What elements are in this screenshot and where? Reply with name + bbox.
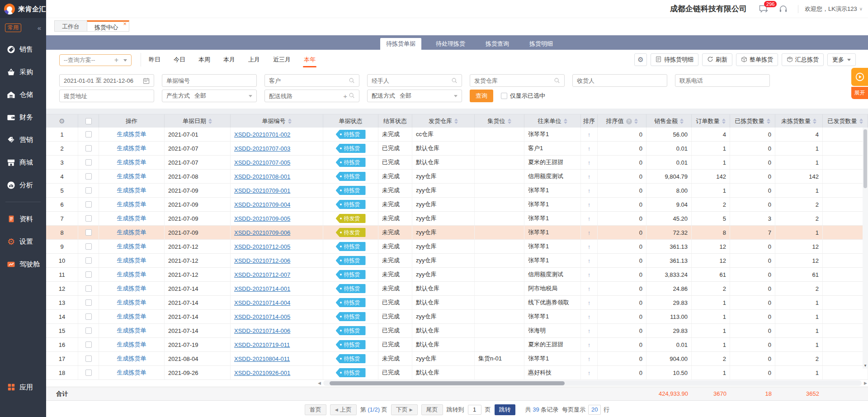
sort-up-arrow-icon[interactable]: ↑ <box>588 257 591 264</box>
query-scheme-select[interactable]: --查询方案-- + <box>59 54 132 66</box>
row-checkbox[interactable] <box>85 257 92 264</box>
generate-pick-order-link[interactable]: 生成拣货单 <box>117 130 146 138</box>
doc-number-link[interactable]: XSDD-20210709-001 <box>234 187 290 194</box>
tab-pick-detail[interactable]: 拣货明细 <box>524 38 559 50</box>
row-checkbox[interactable] <box>85 327 92 334</box>
doc-number-link[interactable]: XSDD-20210708-001 <box>234 173 290 180</box>
generate-pick-order-link[interactable]: 生成拣货单 <box>117 270 146 279</box>
doc-number-link[interactable]: XSDD-20210709-004 <box>234 201 290 208</box>
row-checkbox[interactable] <box>85 229 92 236</box>
horizontal-scrollbar[interactable] <box>323 380 862 386</box>
table-row[interactable]: 11生成拣货单2021-07-12XSDD-20210712-007待拣货未完成… <box>46 268 868 282</box>
generate-pick-order-link[interactable]: 生成拣货单 <box>117 327 146 335</box>
sort-up-arrow-icon[interactable]: ↑ <box>588 187 591 194</box>
sort-up-arrow-icon[interactable]: ↑ <box>588 229 591 236</box>
generate-pick-order-link[interactable]: 生成拣货单 <box>117 299 146 307</box>
select-all-checkbox[interactable] <box>85 118 92 124</box>
generate-pick-order-link[interactable]: 生成拣货单 <box>117 228 146 237</box>
row-checkbox[interactable] <box>85 201 92 208</box>
generate-pick-order-link[interactable]: 生成拣货单 <box>117 186 146 194</box>
receiver-input[interactable] <box>577 77 663 84</box>
row-checkbox[interactable] <box>85 131 92 137</box>
quick-date-this-month[interactable]: 本月 <box>223 56 235 65</box>
row-checkbox[interactable] <box>85 370 92 376</box>
sort-icon[interactable] <box>564 118 567 124</box>
user-menu[interactable]: 欢迎您，LK演示123 ∨ <box>805 5 863 13</box>
doc-number-link[interactable]: XSDD-20210709-005 <box>234 215 290 222</box>
sort-icon[interactable] <box>454 118 458 124</box>
sidebar-item-mall[interactable]: 商城 <box>0 151 46 174</box>
row-checkbox[interactable] <box>85 299 92 306</box>
generate-pick-order-link[interactable]: 生成拣货单 <box>117 369 146 377</box>
refresh-button[interactable]: 刷新 <box>702 53 732 66</box>
quick-date-last-month[interactable]: 上月 <box>248 56 260 65</box>
sidebar-item-dashboard[interactable]: 驾驶舱 <box>0 253 46 275</box>
table-row[interactable]: 18生成拣货单2021-09-26XSDD-20210926-001待拣货已完成… <box>46 366 868 380</box>
sort-up-arrow-icon[interactable]: ↑ <box>588 243 591 250</box>
sort-icon[interactable] <box>208 118 212 124</box>
search-icon[interactable] <box>554 77 560 84</box>
whole-order-pick-button[interactable]: 整单拣货 <box>736 53 778 66</box>
sidebar-item-apps[interactable]: 应用 <box>0 376 46 398</box>
sidebar-collapse-icon[interactable]: « <box>38 24 41 32</box>
doc-number-link[interactable]: XSDD-20210719-011 <box>234 341 290 348</box>
generate-pick-order-link[interactable]: 生成拣货单 <box>117 355 146 363</box>
tab-pending-pick-docs[interactable]: 待拣货单据 <box>380 38 421 50</box>
more-button[interactable]: 更多 <box>827 53 856 66</box>
sort-up-arrow-icon[interactable]: ↑ <box>588 215 591 222</box>
sort-up-arrow-icon[interactable]: ↑ <box>588 131 591 138</box>
row-checkbox[interactable] <box>85 187 92 194</box>
table-row[interactable]: 16生成拣货单2021-07-19XSDD-20210719-011待拣货已完成… <box>46 338 868 352</box>
sort-icon[interactable] <box>508 118 511 124</box>
generate-pick-order-link[interactable]: 生成拣货单 <box>117 144 146 152</box>
sort-icon[interactable] <box>722 118 726 124</box>
table-settings-button[interactable]: ⚙ <box>634 53 647 66</box>
row-checkbox[interactable] <box>85 355 92 362</box>
handler-input[interactable] <box>372 77 449 84</box>
tab-pending-pick-process[interactable]: 待处理拣货 <box>430 38 471 50</box>
search-icon[interactable] <box>451 77 458 84</box>
sidebar-item-purchase[interactable]: 采购 <box>0 61 46 83</box>
sort-up-arrow-icon[interactable]: ↑ <box>588 285 591 292</box>
search-icon[interactable] <box>349 92 355 100</box>
only-selected-checkbox[interactable] <box>501 93 507 99</box>
scroll-left-arrow-icon[interactable]: ◀ <box>318 381 321 385</box>
table-row[interactable]: 14生成拣货单2021-07-14XSDD-20210714-005待拣货已完成… <box>46 310 868 324</box>
sort-icon[interactable] <box>813 118 816 124</box>
table-row[interactable]: 5生成拣货单2021-07-09XSDD-20210709-001待拣货未完成z… <box>46 184 868 198</box>
table-row[interactable]: 7生成拣货单2021-07-09XSDD-20210709-005待发货未完成z… <box>46 212 868 226</box>
row-checkbox[interactable] <box>85 313 92 320</box>
doc-number-link[interactable]: XSDD-20210804-011 <box>234 355 290 362</box>
table-row[interactable]: 10生成拣货单2021-07-12XSDD-20210712-006待拣货未完成… <box>46 254 868 268</box>
row-checkbox[interactable] <box>85 243 92 250</box>
phone-input[interactable] <box>679 77 765 84</box>
row-checkbox[interactable] <box>85 173 92 180</box>
table-row[interactable]: 1生成拣货单2021-07-01XSDD-20210701-002待拣货未完成c… <box>46 128 868 142</box>
table-row[interactable]: 8生成拣货单2021-07-09XSDD-20210709-006待发货未完成z… <box>46 226 868 240</box>
first-page-button[interactable]: 首页 <box>305 404 326 415</box>
scroll-down-arrow-icon[interactable]: ▼ <box>863 362 868 369</box>
produce-mode-select[interactable]: 产生方式 全部 <box>162 90 257 102</box>
sort-up-arrow-icon[interactable]: ↑ <box>588 370 591 376</box>
vertical-scrollbar[interactable]: ▼ <box>863 128 868 369</box>
sidebar-item-marketing[interactable]: 营销 <box>0 128 46 151</box>
tab-workbench[interactable]: 工作台 <box>54 20 87 32</box>
quick-date-today[interactable]: 今日 <box>174 56 185 65</box>
only-selected-filter[interactable]: 仅显示已选中 <box>501 92 545 100</box>
doc-number-link[interactable]: XSDD-20210707-005 <box>234 159 290 166</box>
prev-page-button[interactable]: ◀ 上页 <box>330 404 357 415</box>
sidebar-item-finance[interactable]: 财务 <box>0 106 46 128</box>
doc-number-link[interactable]: XSDD-20210714-006 <box>234 327 290 334</box>
sidebar-item-data[interactable]: 资料 <box>0 208 46 230</box>
doc-number-link[interactable]: XSDD-20210714-005 <box>234 313 290 320</box>
horizontal-scrollbar-thumb[interactable] <box>330 381 565 385</box>
table-row[interactable]: 6生成拣货单2021-07-09XSDD-20210709-004待拣货未完成z… <box>46 198 868 212</box>
table-row[interactable]: 12生成拣货单2021-07-14XSDD-20210714-001待拣货未完成… <box>46 282 868 296</box>
add-scheme-icon[interactable]: + <box>114 57 118 64</box>
generate-pick-order-link[interactable]: 生成拣货单 <box>117 284 146 293</box>
pickup-address-input[interactable] <box>64 93 150 100</box>
generate-pick-order-link[interactable]: 生成拣货单 <box>117 158 146 166</box>
jump-button[interactable]: 跳转 <box>495 404 515 415</box>
sort-up-arrow-icon[interactable]: ↑ <box>588 355 591 362</box>
row-checkbox[interactable] <box>85 215 92 222</box>
